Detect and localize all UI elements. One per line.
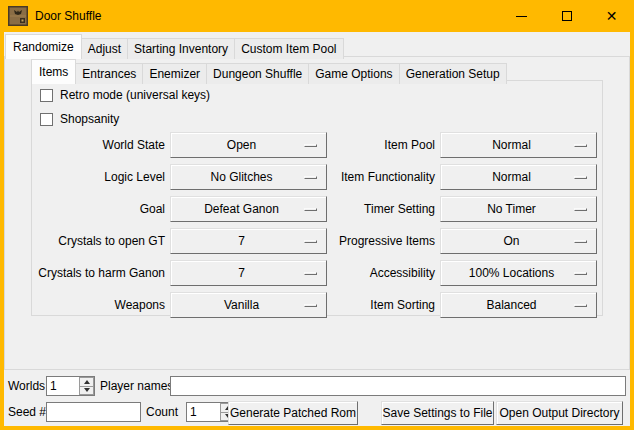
window-controls: ✕ [499,0,634,32]
item-pool-label: Item Pool [302,132,435,158]
dropdown-indicator-icon [574,304,587,307]
timer-setting-dropdown[interactable]: No Timer [440,196,597,222]
dropdown-value: 7 [238,234,245,248]
crystals-open-gt-label: Crystals to open GT [32,228,165,254]
open-output-directory-button[interactable]: Open Output Directory [496,401,623,425]
worlds-spin-buttons [79,377,94,395]
dropdown-indicator-icon [574,272,587,275]
dropdown-indicator-icon [574,240,587,243]
worlds-input[interactable] [47,377,79,395]
count-input[interactable] [187,403,220,421]
dropdown-indicator-icon [574,208,587,211]
spin-up-icon [84,380,90,384]
tab-custom-item-pool[interactable]: Custom Item Pool [234,38,343,59]
tab-generation-setup[interactable]: Generation Setup [399,63,507,84]
worlds-spinbox[interactable] [46,376,95,396]
checkbox-label: Shopsanity [60,112,119,126]
weapons-label: Weapons [32,292,165,318]
dropdown-value: 100% Locations [469,266,554,280]
item-functionality-dropdown[interactable]: Normal [440,164,597,190]
dropdown-value: Vanilla [224,298,259,312]
dropdown-value: No Glitches [210,170,272,184]
count-label: Count [146,402,178,422]
minimize-icon [516,16,527,17]
logic-level-label: Logic Level [32,164,165,190]
dropdown-value: No Timer [487,202,536,216]
randomize-panel: Items Entrances Enemizer Dungeon Shuffle… [4,56,630,370]
checkbox-box-icon[interactable] [40,89,53,102]
maximize-icon [562,11,572,21]
minimize-button[interactable] [499,0,544,32]
title-bar[interactable]: Door Shuffle ✕ [0,0,634,32]
accessibility-label: Accessibility [302,260,435,286]
goal-label: Goal [32,196,165,222]
dropdown-value: Normal [492,170,531,184]
app-window: Door Shuffle ✕ Randomize Adjust Starting… [0,0,634,430]
seed-label: Seed # [8,402,46,422]
worlds-label: Worlds [8,376,45,396]
item-functionality-label: Item Functionality [302,164,435,190]
dropdown-value: Normal [492,138,531,152]
world-state-label: World State [32,132,165,158]
dropdown-value: Balanced [486,298,536,312]
crystals-harm-ganon-label: Crystals to harm Ganon [32,260,165,286]
timer-setting-label: Timer Setting [302,196,435,222]
retro-mode-checkbox[interactable]: Retro mode (universal keys) [40,87,210,103]
progressive-items-label: Progressive Items [302,228,435,254]
checkbox-box-icon[interactable] [40,113,53,126]
app-door-icon [8,6,28,26]
tab-items[interactable]: Items [31,59,76,84]
spin-down-icon [84,388,90,392]
main-tab-bar: Randomize Adjust Starting Inventory Cust… [5,34,343,59]
client-area: Randomize Adjust Starting Inventory Cust… [4,32,630,426]
tab-enemizer[interactable]: Enemizer [142,63,207,84]
item-pool-dropdown[interactable]: Normal [440,132,597,158]
close-button[interactable]: ✕ [589,0,634,32]
dropdown-indicator-icon [574,144,587,147]
dropdown-indicator-icon [574,176,587,179]
tab-game-options[interactable]: Game Options [308,63,399,84]
dropdown-value: 7 [238,266,245,280]
window-title: Door Shuffle [35,9,102,23]
dropdown-value: On [503,234,519,248]
item-sorting-dropdown[interactable]: Balanced [440,292,597,318]
tab-entrances[interactable]: Entrances [75,63,143,84]
close-icon: ✕ [606,9,618,23]
worlds-spin-up-button[interactable] [79,377,94,387]
save-settings-button[interactable]: Save Settings to File [381,401,494,425]
tab-adjust[interactable]: Adjust [81,38,128,59]
sub-tab-bar: Items Entrances Enemizer Dungeon Shuffle… [31,59,506,84]
dropdown-value: Defeat Ganon [204,202,279,216]
generate-patched-rom-button[interactable]: Generate Patched Rom [228,401,358,425]
worlds-spin-down-button[interactable] [79,387,94,396]
items-panel: Retro mode (universal keys) Shopsanity W… [31,80,603,316]
player-names-input[interactable] [170,376,626,396]
progressive-items-dropdown[interactable]: On [440,228,597,254]
tab-starting-inventory[interactable]: Starting Inventory [127,38,235,59]
item-sorting-label: Item Sorting [302,292,435,318]
checkbox-label: Retro mode (universal keys) [60,88,210,102]
shopsanity-checkbox[interactable]: Shopsanity [40,111,119,127]
seed-input[interactable] [46,402,141,422]
accessibility-dropdown[interactable]: 100% Locations [440,260,597,286]
dropdown-value: Open [227,138,256,152]
maximize-button[interactable] [544,0,589,32]
tab-dungeon-shuffle[interactable]: Dungeon Shuffle [206,63,309,84]
tab-randomize[interactable]: Randomize [5,34,82,59]
player-names-label: Player names [100,376,173,396]
